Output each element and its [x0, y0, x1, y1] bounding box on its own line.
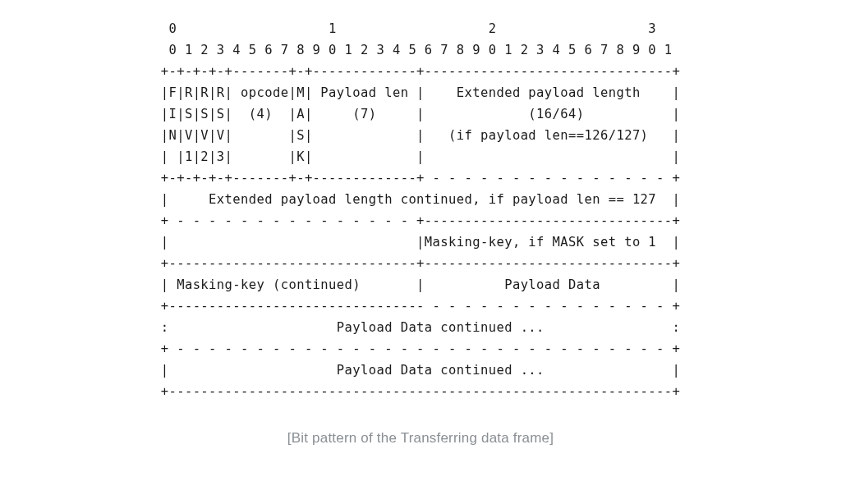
frame-bit-diagram: 0 1 2 3 0 1 2 3 4 5 6 7 8 9 0 1 2 3 4 5 … — [161, 18, 681, 402]
diagram-caption: [Bit pattern of the Transferring data fr… — [0, 430, 841, 447]
